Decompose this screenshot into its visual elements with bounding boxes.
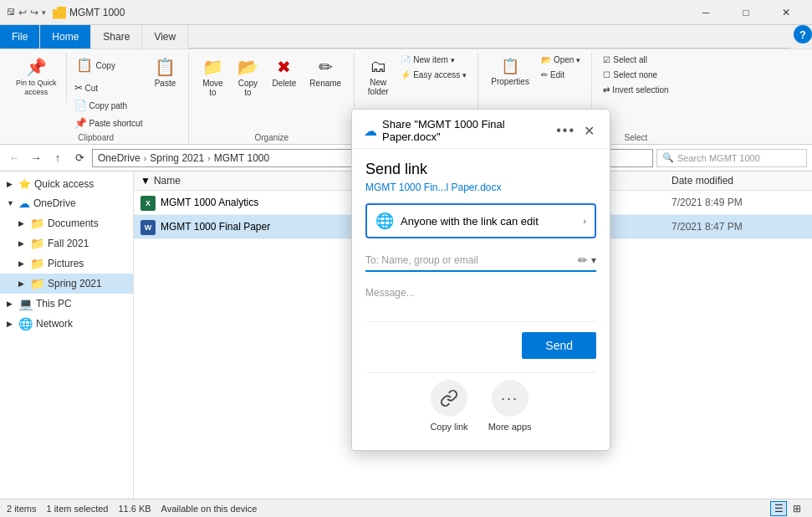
- delete-button[interactable]: ✖ Delete: [266, 53, 302, 92]
- expand-icon: ▶: [18, 219, 27, 228]
- expand-recipients-icon[interactable]: ▾: [591, 254, 596, 266]
- clipboard-label: Clipboard: [10, 131, 181, 144]
- properties-button[interactable]: 📋 Properties: [485, 53, 535, 90]
- sidebar-item-thispc[interactable]: ▶ 💻 This PC: [0, 294, 133, 314]
- new-folder-button[interactable]: 🗂 New folder: [361, 53, 395, 100]
- message-area[interactable]: Message...: [365, 280, 596, 322]
- sidebar-item-onedrive[interactable]: ▼ ☁ OneDrive: [0, 193, 133, 213]
- globe-icon: 🌐: [375, 212, 394, 230]
- copy-link-item[interactable]: Copy link: [430, 380, 467, 432]
- link-icon: [440, 389, 458, 407]
- send-link-filename[interactable]: MGMT 1000 Fin...l Paper.docx: [365, 182, 596, 193]
- help-button[interactable]: ?: [794, 25, 812, 44]
- file-date: 7/2021 8:49 PM: [672, 197, 805, 208]
- sidebar-item-fall2021[interactable]: ▶ 📁 Fall 2021: [0, 233, 133, 253]
- sidebar-item-documents[interactable]: ▶ 📁 Documents: [0, 213, 133, 233]
- move-to-button[interactable]: 📁 Move to: [196, 53, 229, 101]
- selected-info: 1 item selected: [46, 504, 108, 514]
- paste-button[interactable]: 📋 Paste: [148, 53, 181, 92]
- rename-button[interactable]: ✏ Rename: [304, 53, 347, 92]
- item-count: 2 items: [7, 504, 36, 514]
- search-placeholder: Search MGMT 1000: [677, 153, 760, 163]
- tab-view[interactable]: View: [142, 25, 188, 49]
- open-button[interactable]: 📂 Open ▾: [537, 53, 585, 67]
- more-apps-item[interactable]: ··· More apps: [488, 380, 532, 432]
- expand-all-arrow[interactable]: ▼: [140, 175, 151, 187]
- open-col: 📂 Open ▾ ✏ Edit: [537, 53, 585, 82]
- modified-column-header[interactable]: Date modified: [672, 175, 805, 187]
- easy-access-icon: ⚡: [401, 70, 411, 79]
- invert-selection-button[interactable]: ⇄ Invert selection: [599, 83, 672, 97]
- to-field[interactable]: ✏ ▾: [365, 250, 596, 272]
- search-icon: 🔍: [662, 152, 674, 163]
- folder-icon: [53, 6, 66, 19]
- pc-icon: 💻: [18, 297, 33, 310]
- invert-icon: ⇄: [603, 85, 610, 95]
- sidebar-item-spring2021[interactable]: ▶ 📁 Spring 2021: [0, 274, 133, 294]
- breadcrumb-sep-1: ›: [144, 153, 147, 163]
- recipient-input[interactable]: [365, 254, 578, 266]
- dialog-body: Send link MGMT 1000 Fin...l Paper.docx 🌐…: [352, 149, 610, 450]
- link-permission-button[interactable]: 🌐 Anyone with the link can edit ›: [365, 203, 596, 238]
- breadcrumb-mgmt1000[interactable]: MGMT 1000: [214, 152, 269, 164]
- refresh-button[interactable]: ⟳: [70, 149, 89, 167]
- star-icon: ⭐: [18, 178, 31, 190]
- onedrive-icon: ☁: [18, 197, 30, 210]
- undo-icon[interactable]: ↩: [18, 7, 27, 18]
- expand-icon: ▶: [7, 180, 15, 188]
- tab-file[interactable]: File: [0, 25, 40, 49]
- cut-button[interactable]: ✂ Cut: [70, 79, 147, 96]
- dialog-more-button[interactable]: •••: [551, 121, 580, 140]
- availability-status: Available on this device: [161, 504, 258, 514]
- clipboard-group: 📌 Pin to Quickaccess 📋 Copy ✂ Cut 📄: [3, 53, 189, 144]
- copy-path-button[interactable]: 📄 Copy path: [70, 97, 147, 114]
- breadcrumb-spring2021[interactable]: Spring 2021: [150, 152, 204, 164]
- message-placeholder: Message...: [365, 287, 415, 299]
- dialog-title-bar: ☁ Share "MGMT 1000 Final Paper.docx" •••…: [352, 110, 610, 149]
- sidebar-item-pictures[interactable]: ▶ 📁 Pictures: [0, 253, 133, 274]
- details-view-button[interactable]: ☰: [770, 501, 787, 516]
- up-button[interactable]: ↑: [49, 149, 67, 167]
- dialog-close-button[interactable]: ✕: [580, 121, 598, 141]
- share-dialog: ☁ Share "MGMT 1000 Final Paper.docx" •••…: [351, 109, 610, 451]
- copy-link-icon-circle: [431, 380, 467, 417]
- window-controls: ─ □ ✕: [687, 0, 805, 25]
- folder-icon: 📁: [30, 217, 44, 230]
- new-folder-icon: 🗂: [370, 57, 386, 76]
- file-icon-excel: X: [140, 194, 156, 211]
- paste-shortcut-button[interactable]: 📌 Paste shortcut: [70, 115, 147, 131]
- tab-share[interactable]: Share: [91, 25, 142, 49]
- organize-items: 📁 Move to 📂 Copy to ✖ Delete ✏ Rename: [196, 53, 347, 131]
- select-all-button[interactable]: ☑ Select all: [599, 53, 672, 67]
- dropdown-arrow[interactable]: ▾: [42, 8, 46, 17]
- copy-to-button[interactable]: 📂 Copy to: [231, 53, 264, 101]
- tab-home[interactable]: Home: [40, 25, 91, 49]
- copy-path-icon: 📄: [74, 100, 87, 111]
- back-button[interactable]: ←: [5, 149, 23, 167]
- breadcrumb-onedrive[interactable]: OneDrive: [98, 152, 140, 164]
- edit-button[interactable]: ✏ Edit: [537, 68, 585, 82]
- network-icon: 🌐: [18, 317, 33, 330]
- maximize-button[interactable]: □: [727, 0, 765, 25]
- pencil-icon[interactable]: ✏: [578, 253, 588, 267]
- forward-button[interactable]: →: [27, 149, 45, 167]
- new-item-button[interactable]: 📄 New item ▾: [396, 53, 471, 67]
- permission-text: Anyone with the link can edit: [401, 215, 576, 228]
- redo-icon[interactable]: ↪: [30, 7, 38, 18]
- pin-to-quick-button[interactable]: 📌 Pin to Quickaccess: [10, 53, 63, 101]
- send-button[interactable]: Send: [522, 332, 596, 359]
- close-button[interactable]: ✕: [767, 0, 805, 25]
- select-none-icon: ☐: [603, 70, 610, 79]
- copy-button[interactable]: 📋 Copy: [70, 53, 147, 79]
- large-icons-view-button[interactable]: ⊞: [789, 501, 805, 516]
- sidebar-item-quick-access[interactable]: ▶ ⭐ Quick access: [0, 175, 133, 193]
- quick-access-toolbar: 🖫 ↩ ↪ ▾: [7, 7, 46, 18]
- sidebar-item-network[interactable]: ▶ 🌐 Network: [0, 314, 133, 334]
- minimize-button[interactable]: ─: [687, 0, 725, 25]
- select-none-button[interactable]: ☐ Select none: [599, 68, 672, 82]
- quick-access-icon: 🖫: [7, 8, 15, 17]
- folder-icon: 📁: [30, 257, 44, 270]
- search-bar[interactable]: 🔍 Search MGMT 1000: [656, 149, 807, 167]
- more-apps-label: More apps: [488, 422, 532, 432]
- easy-access-button[interactable]: ⚡ Easy access ▾: [396, 68, 471, 82]
